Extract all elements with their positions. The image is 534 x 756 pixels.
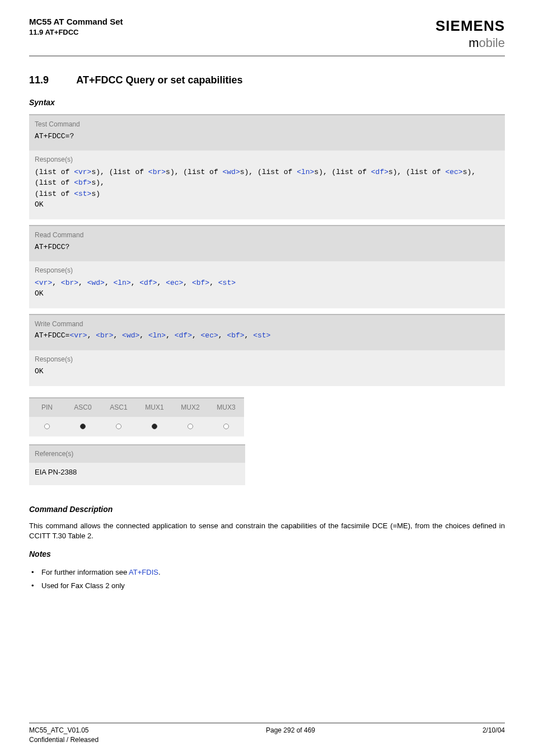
page-header: MC55 AT Command Set 11.9 AT+FDCC SIEMENS…	[29, 16, 505, 52]
text-token: ,	[209, 279, 218, 287]
brand-sub: mobile	[435, 35, 505, 52]
test-response-body: Response(s) (list of <vr>s), (list of <b…	[29, 151, 505, 219]
matrix-cell	[29, 417, 65, 437]
text-token: ,	[192, 331, 201, 340]
brand-sub-rest: obile	[479, 36, 505, 50]
read-response-text: <vr>, <br>, <wd>, <ln>, <df>, <ec>, <bf>…	[35, 278, 499, 299]
param-token[interactable]: <vr>	[69, 331, 87, 340]
text-token: s), (list of	[240, 168, 297, 176]
text-token: ,	[52, 279, 61, 287]
write-response-body: Response(s) OK	[29, 350, 505, 386]
section-title: 11.9 AT+FDCC Query or set capabilities	[29, 73, 505, 87]
text-token: OK	[35, 200, 44, 209]
note-link[interactable]: AT+FDIS	[129, 568, 158, 576]
param-token[interactable]: <df>	[139, 279, 157, 287]
param-token[interactable]: <ln>	[148, 331, 166, 340]
text-token: s), (list of	[314, 168, 371, 176]
reference-block: Reference(s) EIA PN-2388	[29, 444, 245, 485]
section-number: 11.9	[29, 73, 74, 87]
test-response-label: Response(s)	[35, 155, 499, 165]
doc-title: MC55 AT Command Set	[29, 16, 123, 27]
text-token: ,	[245, 331, 254, 340]
matrix-cell	[208, 417, 244, 437]
matrix-col-header: ASC0	[65, 398, 101, 417]
param-token[interactable]: <ln>	[297, 168, 314, 176]
param-token[interactable]: <wd>	[122, 331, 139, 340]
param-token[interactable]: <ln>	[113, 279, 130, 287]
write-command-text: AT+FDCC=<vr>, <br>, <wd>, <ln>, <df>, <e…	[35, 331, 499, 341]
response-line: OK	[35, 288, 499, 299]
text-token: s), (list of	[388, 168, 445, 176]
matrix-col-header: ASC1	[101, 398, 137, 417]
text-token: s), (list of	[166, 168, 222, 176]
param-token[interactable]: <vr>	[35, 279, 52, 287]
param-token[interactable]: <vr>	[74, 168, 91, 176]
matrix-col-header: PIN	[29, 398, 65, 417]
test-command-text: AT+FDCC=?	[35, 132, 499, 142]
matrix-head-row: PINASC0ASC1MUX1MUX2MUX3	[29, 397, 244, 417]
footer-left-line2: Confidential / Released	[29, 735, 99, 745]
param-token[interactable]: <bf>	[192, 279, 209, 287]
text-token: ,	[131, 279, 140, 287]
response-line: <vr>, <br>, <wd>, <ln>, <df>, <ec>, <bf>…	[35, 278, 499, 289]
section-heading-text: AT+FDCC Query or set capabilities	[76, 74, 242, 86]
read-response-label: Response(s)	[35, 266, 499, 275]
brand-sub-m: m	[469, 36, 479, 50]
write-command-head-label: Write Command	[35, 320, 499, 329]
availability-matrix: PINASC0ASC1MUX1MUX2MUX3	[29, 397, 244, 436]
matrix-col-header: MUX1	[137, 398, 172, 417]
matrix-cell	[137, 417, 172, 437]
write-cmd-prefix: AT+FDCC=	[35, 331, 69, 340]
read-command-text: AT+FDCC?	[35, 242, 499, 252]
param-token[interactable]: <wd>	[87, 279, 105, 287]
text-token: ,	[183, 279, 192, 287]
text-token: (list of	[35, 168, 74, 176]
param-token[interactable]: <df>	[371, 168, 388, 176]
footer-right: 2/10/04	[483, 726, 505, 745]
param-token[interactable]: <st>	[218, 279, 236, 287]
command-description-text: This command allows the connected applic…	[29, 521, 505, 541]
note-text: Used for Fax Class 2 only	[41, 581, 125, 590]
header-rule	[29, 55, 505, 57]
param-token[interactable]: <ec>	[445, 168, 462, 176]
param-token[interactable]: <df>	[175, 331, 192, 340]
param-token[interactable]: <st>	[74, 190, 91, 198]
read-response-body: Response(s) <vr>, <br>, <wd>, <ln>, <df>…	[29, 261, 505, 308]
open-circle-icon	[44, 424, 50, 429]
param-token[interactable]: <bf>	[227, 331, 244, 340]
list-item: For further information see AT+FDIS.	[30, 566, 505, 579]
param-token[interactable]: <br>	[96, 331, 113, 340]
text-token: (list of	[35, 190, 74, 198]
param-token[interactable]: <br>	[61, 279, 78, 287]
command-description-label: Command Description	[29, 504, 505, 515]
matrix-col-header: MUX2	[172, 398, 208, 417]
test-command-head-label: Test Command	[35, 120, 499, 129]
page-footer: MC55_ATC_V01.05 Confidential / Released …	[29, 722, 505, 745]
text-token: ,	[113, 331, 122, 340]
param-token[interactable]: <st>	[253, 331, 270, 340]
text-token: s)	[91, 190, 100, 198]
header-right: SIEMENS mobile	[435, 16, 505, 52]
param-token[interactable]: <wd>	[223, 168, 240, 176]
brand-logo: SIEMENS	[435, 16, 505, 36]
param-token[interactable]: <ec>	[201, 331, 218, 340]
text-token: ,	[218, 331, 227, 340]
open-circle-icon	[116, 424, 121, 429]
write-response-label: Response(s)	[35, 355, 499, 364]
param-token[interactable]: <ec>	[166, 279, 183, 287]
param-token[interactable]: <bf>	[74, 179, 91, 187]
text-token: ,	[105, 279, 114, 287]
reference-body: EIA PN-2388	[29, 463, 245, 485]
reference-head: Reference(s)	[29, 444, 245, 463]
matrix-cell	[172, 417, 208, 437]
write-command-block: Write Command AT+FDCC=<vr>, <br>, <wd>, …	[29, 314, 505, 386]
param-token[interactable]: <br>	[148, 168, 166, 176]
response-line: OK	[35, 199, 499, 210]
write-command-head: Write Command AT+FDCC=<vr>, <br>, <wd>, …	[29, 314, 505, 350]
read-command-block: Read Command AT+FDCC? Response(s) <vr>, …	[29, 225, 505, 308]
text-token: ,	[166, 331, 175, 340]
notes-label: Notes	[29, 549, 505, 560]
write-response-text: OK	[35, 366, 499, 377]
text-token: ,	[157, 279, 166, 287]
footer-left-line1: MC55_ATC_V01.05	[29, 726, 99, 735]
